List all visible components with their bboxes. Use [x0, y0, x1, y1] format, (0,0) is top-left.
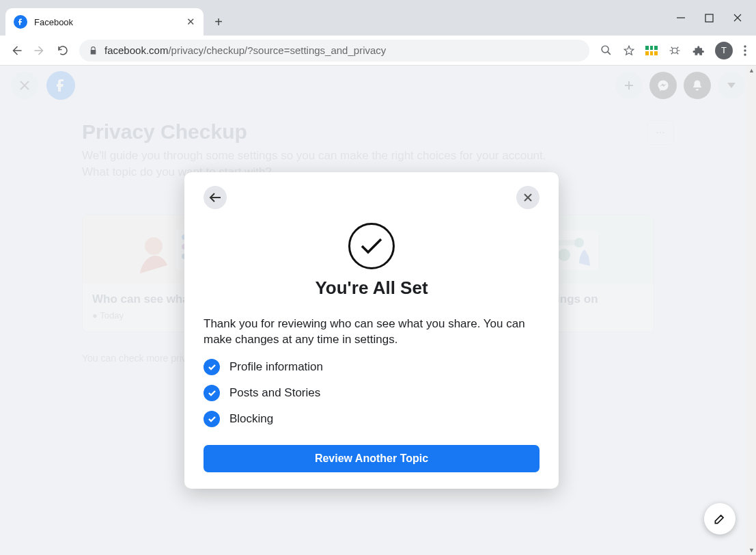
zoom-icon[interactable]	[599, 44, 613, 57]
maximize-icon[interactable]	[705, 14, 714, 23]
check-icon	[204, 359, 220, 375]
all-set-modal: You're All Set Thank you for reviewing w…	[184, 172, 559, 489]
check-icon	[204, 411, 220, 427]
modal-check-list: Profile information Posts and Stories Bl…	[204, 359, 540, 427]
check-label: Blocking	[229, 412, 273, 426]
forward-icon	[33, 44, 46, 57]
compose-fab[interactable]	[704, 503, 736, 534]
scrollbar[interactable]: ▲ ▼	[746, 66, 756, 555]
modal-title: You're All Set	[204, 278, 540, 299]
check-item: Blocking	[204, 411, 540, 427]
browser-tab[interactable]: Facebook ✕	[5, 8, 204, 36]
bug-extension-icon[interactable]	[669, 44, 681, 57]
svg-line-5	[607, 52, 610, 55]
modal-description: Thank you for reviewing who can see what…	[204, 316, 540, 348]
check-label: Profile information	[229, 360, 323, 374]
puzzle-extension-icon[interactable]	[692, 44, 704, 57]
modal-close-button[interactable]	[516, 186, 540, 209]
svg-point-8	[744, 49, 746, 51]
minimize-icon[interactable]	[676, 13, 686, 23]
check-label: Posts and Stories	[229, 386, 320, 400]
browser-titlebar: Facebook ✕ +	[0, 0, 756, 36]
success-check-icon	[348, 223, 395, 269]
close-window-icon[interactable]	[733, 13, 742, 23]
svg-point-4	[602, 46, 608, 53]
svg-rect-1	[705, 14, 713, 22]
check-item: Posts and Stories	[204, 385, 540, 401]
tab-title: Facebook	[34, 17, 180, 27]
tab-close-icon[interactable]: ✕	[186, 16, 195, 28]
extension-icons: T	[645, 42, 746, 59]
url-text: facebook.com/privacy/checkup/?source=set…	[104, 44, 386, 56]
modal-back-button[interactable]	[204, 186, 227, 209]
svg-point-6	[672, 48, 677, 53]
check-icon	[204, 385, 220, 401]
back-icon[interactable]	[10, 44, 23, 57]
tab-favicon	[14, 15, 27, 29]
omnibox[interactable]: facebook.com/privacy/checkup/?source=set…	[79, 40, 589, 62]
page-viewport: Privacy Checkup We'll guide you through …	[0, 66, 756, 555]
profile-avatar[interactable]: T	[715, 42, 733, 59]
check-item: Profile information	[204, 359, 540, 375]
svg-point-9	[744, 53, 746, 55]
bookmark-star-icon[interactable]	[622, 44, 636, 57]
review-another-button[interactable]: Review Another Topic	[204, 445, 540, 472]
lock-icon	[89, 46, 98, 55]
kebab-menu-icon[interactable]	[744, 45, 746, 56]
new-tab-button[interactable]: +	[208, 11, 229, 33]
window-controls	[676, 0, 756, 36]
grid-extension-icon[interactable]	[645, 46, 658, 55]
reload-icon[interactable]	[56, 44, 70, 57]
address-bar: facebook.com/privacy/checkup/?source=set…	[0, 36, 756, 66]
svg-point-7	[744, 45, 746, 47]
